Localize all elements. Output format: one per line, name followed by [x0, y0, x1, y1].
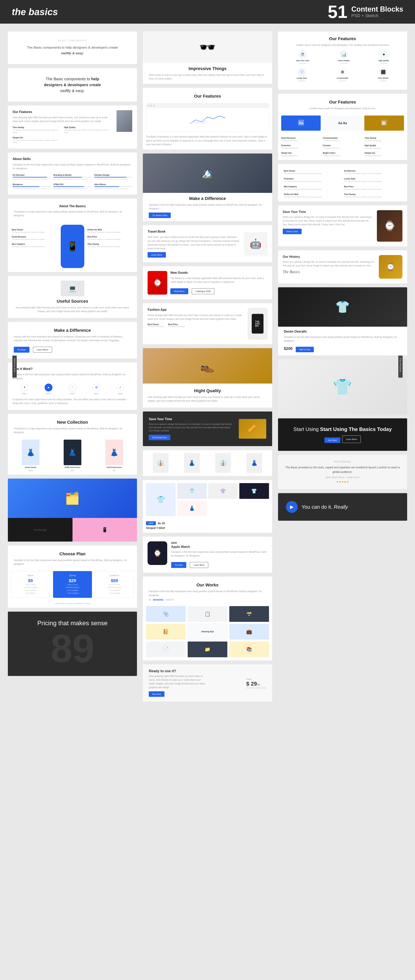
useful-title: Useful Sources [13, 299, 132, 304]
skill-art-direction: Art Direction The Basics components can … [13, 174, 51, 181]
card-our-features-icons: Our Features A better way to work for de… [278, 32, 407, 90]
save-right-desc: When you upload a design file, it's easy… [283, 215, 373, 227]
blue-block-1: Aa [281, 116, 321, 130]
header-title: Content Blocks [351, 5, 403, 13]
make-diff-title: Make a Difference [14, 328, 131, 333]
make-diff-desc: Interact with the most seamless text sha… [14, 335, 131, 342]
add-to-cart-button[interactable]: Add to Cart [296, 347, 314, 352]
card-new-collection: New Collection The Basics is a fully res… [8, 414, 137, 474]
ef-perfect-web: Perfect for Web The Basic framework cont… [284, 193, 341, 198]
step-2: ● Step 2 [44, 383, 52, 395]
card-testimonial: TESTIMONIAL The Basic provided us the to… [278, 455, 407, 489]
ready-desc: How amazing right! With Avocado you don'… [149, 675, 208, 690]
work-3: 🗃️ [229, 606, 269, 622]
watch-img: ⌚ [147, 271, 167, 294]
card-our-history: Our History When you upload a design fil… [278, 250, 407, 283]
three-col-features: Good Structure The Basic framework Commu… [278, 134, 407, 160]
header-right: 51 Content Blocks PSD + Sketch [328, 3, 403, 21]
product-name: Striped T-Shirt [146, 527, 269, 530]
collection-grid: 👗 Denim Denim $204 👗 Ruffle Smock Disc $… [8, 436, 137, 475]
denim-price: $200 [284, 346, 293, 351]
fc-nice-graphics: Nice Graphics The Basics framework conta… [12, 243, 57, 248]
filter-all[interactable]: All [149, 599, 151, 601]
psd-sketch-icon: ⬛ [379, 68, 388, 76]
features-browser-desc: The Basic Framework is a new desktop app… [146, 135, 269, 146]
card-fashion-app: Fashion App Never arrange tight With Avo… [143, 303, 272, 344]
collection-item-2: 👗 Ruffle Smock Disc $45 [64, 440, 81, 471]
join-now-button[interactable]: Join Now [325, 438, 341, 443]
high-quality-icon: ✦ [379, 50, 388, 59]
watch-learn-button[interactable]: Learn More [190, 562, 208, 568]
product-thumb-1: 👕 [177, 483, 207, 499]
select-color-button[interactable]: Select Color [283, 229, 302, 234]
try-basics-button[interactable]: Try Basics Now [149, 213, 171, 218]
features-typo-subtitle: A better way to work for designers and d… [284, 107, 401, 110]
card-how-it-works: How It Work? Samplize is the first fully… [8, 363, 137, 410]
save-right-title: Save Your Time [283, 210, 373, 214]
brand-image: 🗂️ [8, 479, 137, 518]
new-goods-title: New Goods [170, 271, 267, 275]
white-tshirt-img: 👕 [278, 360, 407, 414]
step-5-icon: ✓ [116, 383, 124, 391]
ready-price-block: From $ 29/m Per month, billed monthly [246, 677, 266, 689]
plan-title: Choose Plan [14, 551, 131, 557]
card-impressive-things: 🕶️ Impressive Things Start create an eye… [143, 32, 272, 84]
filter-branding[interactable]: BRANDING [153, 599, 163, 601]
step-1: ✦ Step 1 [21, 383, 29, 395]
gold-watch-img: ⌚ [379, 255, 402, 278]
card-pricing-big: Pricing that makes sense 89 [8, 612, 137, 676]
plan-starter: Starter $9 Only 5 UsersUnlimited project… [11, 571, 50, 598]
smart-graphs-icon: 📊 [339, 50, 348, 59]
card-striped-tshirt: 👕 👕 👚 👕 👗 NEW $n 29 Striped T-Shirt [143, 480, 272, 533]
skill-html: HTML/CSS The Basics components can run o… [54, 183, 92, 190]
useful-desc: How amazing right! With Avocado you don'… [13, 306, 132, 313]
make-diff-landscape-title: Make a Difference [149, 196, 266, 201]
buy-now-button[interactable]: Buy Now [149, 691, 165, 697]
features-browser-title: Our Features [149, 94, 266, 99]
product-price: $n 29 [158, 522, 165, 525]
features-title: Our Features [13, 110, 112, 114]
fashion-feature-1: Best Choice The Basic framework [147, 323, 164, 328]
apple-watch-buttons: Try Now Learn More [171, 560, 267, 568]
card-new-goods: ⌚ New Goods The Basics is a new desktop … [143, 266, 272, 299]
feature-col-right: Perfect for Web The Basics framework con… [87, 225, 133, 248]
card-choose-plan: Choose Plan Samplize is the first fully … [8, 546, 137, 608]
fashion-phones: THEGREWH [246, 308, 268, 339]
ef-lovely-style: Lovely Style The Basic framework contain… [344, 178, 401, 183]
feature-psd-sketch: ⬛ PSD, Sketch Integrated [378, 68, 388, 82]
typo-block-2: Aa Aa [323, 116, 362, 130]
read-more-button[interactable]: Read More [170, 288, 188, 294]
fc-best-price: Best Price The Basics framework contains… [87, 236, 133, 241]
card-basic-components: BASIC COMPONENTS The Basic components to… [8, 32, 137, 64]
svg-text:⬜: ⬜ [382, 121, 386, 125]
card-about-basics-phone: About The Basics The Basics is a fully r… [8, 199, 137, 272]
fashion-desc: Never arrange tight With Avocado you don… [147, 313, 242, 321]
works-desc: Samplize is the first fully responsive c… [149, 590, 266, 597]
try-now-button[interactable]: Try Now! [14, 347, 30, 353]
block-count: 51 [328, 3, 347, 21]
bold-text-content: The Basic components to helpdesigners & … [14, 76, 131, 94]
card-travel-book: Travel Book With Geos, you have instant … [143, 225, 272, 262]
start-learn-more-button[interactable]: Learn More [342, 436, 361, 443]
features-row-1: ⏱ Save Your Time Integrated 📊 Smart Grap… [283, 50, 402, 64]
product-thumb-2: 👚 [208, 483, 238, 499]
skill-interface: Interface Design The Basics components c… [94, 174, 132, 181]
person-photo [117, 110, 132, 132]
filter-sketch[interactable]: SKETCH [165, 599, 174, 601]
collection-title: New Collection [14, 420, 131, 425]
skills-title: About Skills [13, 157, 132, 161]
catalogue-button[interactable]: Catalogue 2020 [192, 288, 215, 294]
step-3-icon: ♡ [68, 383, 76, 391]
watch-try-button[interactable]: Try Now [171, 562, 186, 568]
skill-wordpress: Wordpress The Basics components can run … [13, 183, 51, 190]
apple-watch-img: ⌚ [147, 541, 167, 565]
download-now-button[interactable]: Download Now [149, 435, 170, 440]
learn-more-button[interactable]: Learn More! [33, 347, 52, 353]
brand-dark: Amazing App [8, 518, 73, 542]
works-grid: 📎 📋 🗃️ 📔 Amazing App 💼 📄 📁 📚 [143, 603, 272, 660]
make-diff-buttons: Try Now! Learn More! [14, 345, 131, 353]
travel-learn-more[interactable]: Learn More [147, 252, 166, 258]
how-works-desc: Samplize is the first fully responsive c… [13, 373, 132, 380]
play-button[interactable]: ▶ [286, 501, 298, 513]
skills-grid: Art Direction The Basics components can … [13, 174, 132, 190]
